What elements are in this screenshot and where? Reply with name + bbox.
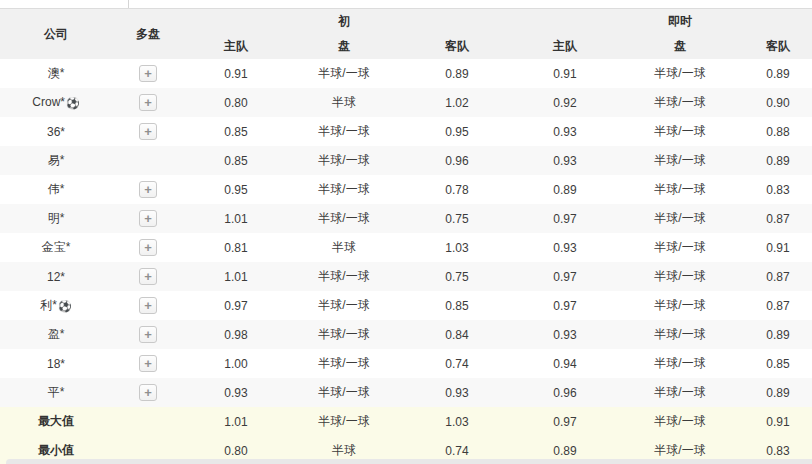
- live-handicap: 半球/一球: [616, 88, 744, 117]
- live-home-odds: 0.89: [514, 175, 616, 204]
- initial-home-odds: 0.97: [184, 291, 288, 320]
- expand-multi-button[interactable]: +: [139, 181, 157, 198]
- company-cell: 澳*: [0, 59, 112, 88]
- company-cell: 36*: [0, 117, 112, 146]
- col-header-multi-label: 多盘: [136, 27, 160, 41]
- summary-label: 最大值: [0, 407, 112, 436]
- table-row: 澳*+0.91半球/一球0.890.91半球/一球0.89: [0, 59, 812, 88]
- initial-handicap: 半球: [288, 88, 400, 117]
- initial-away-odds: 0.96: [400, 146, 514, 175]
- top-strip: [0, 0, 812, 8]
- col-header-multi: 多盘: [112, 9, 184, 60]
- table-row: 平*+0.93半球/一球0.930.96半球/一球0.89: [0, 378, 812, 407]
- live-handicap: 半球/一球: [616, 117, 744, 146]
- header-row: 公司 多盘 主队 初 盘: [0, 9, 812, 60]
- initial-home-odds: 0.98: [184, 320, 288, 349]
- live-handicap: 半球/一球: [616, 378, 744, 407]
- company-cell: 金宝*: [0, 233, 112, 262]
- col-header-initial-home-label: 主队: [184, 34, 288, 59]
- table-row: 金宝*+0.81半球1.030.93半球/一球0.91: [0, 233, 812, 262]
- initial-home-odds: 0.91: [184, 59, 288, 88]
- spacer: [400, 9, 514, 34]
- initial-away-odds: 0.93: [400, 378, 514, 407]
- multi-cell: +: [112, 233, 184, 262]
- live-group-label: 即时: [616, 9, 744, 34]
- live-handicap: 半球/一球: [616, 59, 744, 88]
- table-row: 18*+1.00半球/一球0.740.94半球/一球0.85: [0, 349, 812, 378]
- live-away-odds: 0.89: [744, 320, 812, 349]
- live-away-odds: 0.90: [744, 88, 812, 117]
- expand-multi-button[interactable]: +: [139, 268, 157, 285]
- initial-away-odds: 0.75: [400, 262, 514, 291]
- company-cell: 平*: [0, 378, 112, 407]
- initial-home-odds: 1.01: [184, 262, 288, 291]
- multi-cell: +: [112, 204, 184, 233]
- multi-cell: +: [112, 378, 184, 407]
- company-cell: 利*⚽: [0, 291, 112, 320]
- table-header: 公司 多盘 主队 初 盘: [0, 9, 812, 60]
- table-row: 易*0.85半球/一球0.960.93半球/一球0.89: [0, 146, 812, 175]
- initial-home-odds: 0.85: [184, 146, 288, 175]
- expand-multi-button[interactable]: +: [139, 94, 157, 111]
- table-row: 利*⚽+0.97半球/一球0.850.97半球/一球0.87: [0, 291, 812, 320]
- initial-home-odds: 1.01: [184, 407, 288, 436]
- expand-multi-button[interactable]: +: [139, 123, 157, 140]
- initial-away-odds: 0.75: [400, 204, 514, 233]
- live-handicap: 半球/一球: [616, 262, 744, 291]
- column-divider: [128, 0, 129, 8]
- initial-away-odds: 0.85: [400, 291, 514, 320]
- initial-home-odds: 0.81: [184, 233, 288, 262]
- col-header-live-pan-label: 盘: [616, 34, 744, 59]
- live-home-odds: 0.97: [514, 262, 616, 291]
- initial-home-odds: 0.80: [184, 88, 288, 117]
- initial-away-odds: 1.03: [400, 407, 514, 436]
- initial-handicap: 半球/一球: [288, 262, 400, 291]
- summary-row: 最大值1.01半球/一球1.030.97半球/一球0.91: [0, 407, 812, 436]
- col-header-initial-pan-label: 盘: [288, 34, 400, 59]
- company-cell: 12*: [0, 262, 112, 291]
- initial-group-label: 初: [288, 9, 400, 34]
- football-icon: ⚽: [66, 97, 80, 109]
- initial-home-odds: 1.00: [184, 349, 288, 378]
- live-handicap: 半球/一球: [616, 291, 744, 320]
- live-away-odds: 0.89: [744, 146, 812, 175]
- live-home-odds: 0.93: [514, 117, 616, 146]
- expand-multi-button[interactable]: +: [139, 384, 157, 401]
- table-row: 伟*+0.95半球/一球0.780.89半球/一球0.83: [0, 175, 812, 204]
- expand-multi-button[interactable]: +: [139, 297, 157, 314]
- col-header-initial-pan: 初 盘: [288, 9, 400, 60]
- initial-away-odds: 0.84: [400, 320, 514, 349]
- table-row: Crow*⚽+0.80半球1.020.92半球/一球0.90: [0, 88, 812, 117]
- initial-away-odds: 1.03: [400, 233, 514, 262]
- multi-cell: +: [112, 59, 184, 88]
- company-cell: 易*: [0, 146, 112, 175]
- initial-handicap: 半球/一球: [288, 320, 400, 349]
- initial-handicap: 半球/一球: [288, 378, 400, 407]
- initial-handicap: 半球/一球: [288, 204, 400, 233]
- expand-multi-button[interactable]: +: [139, 326, 157, 343]
- multi-cell: [112, 407, 184, 436]
- bottom-panel-edge: [6, 459, 812, 464]
- col-header-live-pan: 即时 盘: [616, 9, 744, 60]
- multi-cell: [112, 146, 184, 175]
- multi-cell: +: [112, 88, 184, 117]
- live-home-odds: 0.93: [514, 320, 616, 349]
- col-header-initial-home: 主队: [184, 9, 288, 60]
- expand-multi-button[interactable]: +: [139, 210, 157, 227]
- odds-comparison-page: 公司 多盘 主队 初 盘: [0, 0, 812, 464]
- expand-multi-button[interactable]: +: [139, 355, 157, 372]
- live-home-odds: 0.92: [514, 88, 616, 117]
- live-away-odds: 0.83: [744, 175, 812, 204]
- live-home-odds: 0.93: [514, 146, 616, 175]
- col-header-initial-away: 客队: [400, 9, 514, 60]
- initial-home-odds: 0.95: [184, 175, 288, 204]
- expand-multi-button[interactable]: +: [139, 239, 157, 256]
- live-away-odds: 0.87: [744, 204, 812, 233]
- live-away-odds: 0.91: [744, 407, 812, 436]
- expand-multi-button[interactable]: +: [139, 65, 157, 82]
- live-home-odds: 0.97: [514, 291, 616, 320]
- company-cell: 盈*: [0, 320, 112, 349]
- initial-handicap: 半球/一球: [288, 59, 400, 88]
- initial-handicap: 半球/一球: [288, 117, 400, 146]
- initial-home-odds: 1.01: [184, 204, 288, 233]
